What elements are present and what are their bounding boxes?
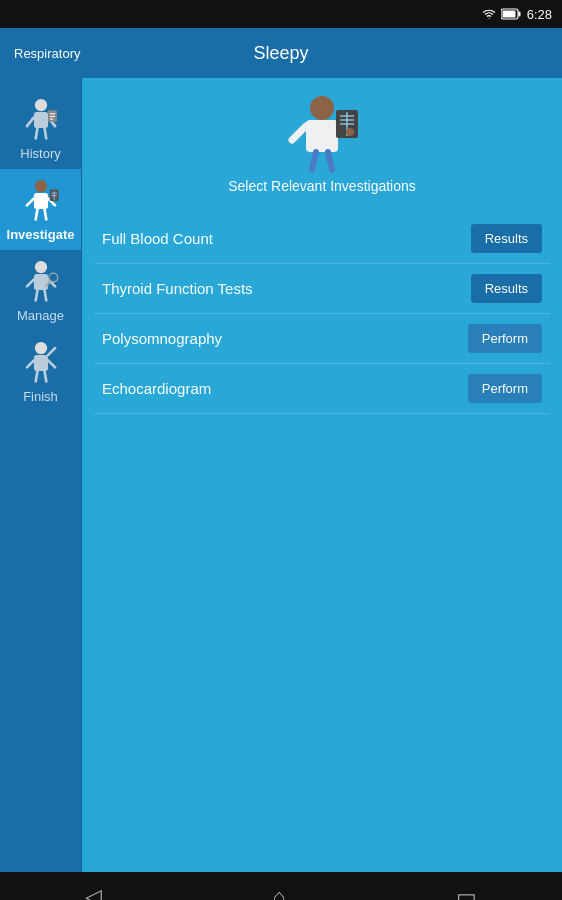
sidebar: History Investigate [0, 78, 82, 872]
svg-line-36 [44, 371, 46, 382]
content-area: Select Relevant Investigations Full Bloo… [82, 78, 562, 872]
history-icon [17, 96, 65, 144]
bottom-nav-bar: ◁ ⌂ ▭ [0, 872, 562, 900]
svg-line-28 [44, 290, 46, 301]
sidebar-item-manage[interactable]: Manage [0, 250, 81, 331]
sidebar-item-history[interactable]: History [0, 88, 81, 169]
svg-line-43 [328, 152, 332, 170]
sidebar-label-finish: Finish [23, 389, 58, 404]
investigation-name: Full Blood Count [102, 230, 213, 247]
investigation-name: Polysomnography [102, 330, 222, 347]
svg-line-7 [35, 128, 37, 139]
investigation-row: PolysomnographyPerform [94, 314, 550, 364]
svg-point-13 [34, 180, 46, 192]
btn-poly[interactable]: Perform [468, 324, 542, 353]
svg-rect-1 [518, 12, 520, 17]
svg-point-49 [346, 128, 354, 136]
svg-rect-2 [502, 11, 515, 18]
svg-rect-24 [33, 274, 47, 290]
sidebar-label-manage: Manage [17, 308, 64, 323]
manage-icon [17, 258, 65, 306]
svg-point-23 [34, 261, 46, 273]
investigation-name: Thyroid Function Tests [102, 280, 253, 297]
svg-line-40 [292, 126, 306, 140]
btn-tft[interactable]: Results [471, 274, 542, 303]
svg-point-38 [310, 96, 334, 120]
app-header: Respiratory Sleepy [0, 28, 562, 78]
wifi-icon [481, 8, 497, 20]
svg-rect-14 [33, 193, 47, 209]
status-time: 6:28 [527, 7, 552, 22]
sidebar-label-investigate: Investigate [7, 227, 75, 242]
investigation-list: Full Blood CountResultsThyroid Function … [82, 214, 562, 414]
svg-point-31 [34, 342, 46, 354]
status-bar: 6:28 [0, 0, 562, 28]
section-title: Select Relevant Investigations [228, 178, 416, 194]
investigate-icon [17, 177, 65, 225]
sidebar-item-finish[interactable]: Finish [0, 331, 81, 412]
svg-line-8 [44, 128, 46, 139]
svg-rect-4 [33, 112, 47, 128]
patient-name: Sleepy [253, 43, 308, 64]
home-button[interactable]: ⌂ [252, 878, 305, 900]
battery-icon [501, 8, 521, 20]
sidebar-item-investigate[interactable]: Investigate [0, 169, 81, 250]
svg-line-34 [48, 360, 55, 367]
svg-line-25 [26, 279, 33, 286]
btn-echo[interactable]: Perform [468, 374, 542, 403]
app-title: Respiratory [14, 46, 80, 61]
svg-line-35 [35, 371, 37, 382]
investigation-row: EchocardiogramPerform [94, 364, 550, 414]
svg-rect-32 [33, 355, 47, 371]
main-layout: History Investigate [0, 78, 562, 872]
svg-line-18 [44, 209, 46, 220]
svg-line-5 [26, 117, 33, 126]
svg-line-27 [35, 290, 37, 301]
doctor-figure [282, 94, 362, 174]
btn-fbc[interactable]: Results [471, 224, 542, 253]
svg-point-3 [34, 99, 46, 111]
svg-line-42 [312, 152, 316, 170]
recent-apps-button[interactable]: ▭ [436, 878, 497, 900]
investigation-name: Echocardiogram [102, 380, 211, 397]
svg-line-37 [48, 348, 55, 355]
svg-line-15 [26, 198, 33, 205]
investigation-row: Thyroid Function TestsResults [94, 264, 550, 314]
status-icons [481, 8, 521, 20]
svg-line-17 [35, 209, 37, 220]
sidebar-label-history: History [20, 146, 60, 161]
back-button[interactable]: ◁ [65, 878, 122, 900]
investigation-row: Full Blood CountResults [94, 214, 550, 264]
finish-icon [17, 339, 65, 387]
svg-rect-39 [306, 120, 338, 152]
svg-line-33 [26, 360, 33, 367]
